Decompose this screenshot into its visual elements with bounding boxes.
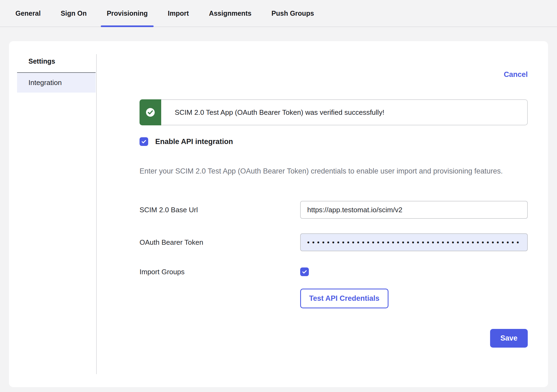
test-api-credentials-button[interactable]: Test API Credentials: [300, 289, 388, 308]
import-groups-row: Import Groups: [140, 267, 528, 276]
oauth-token-input[interactable]: [300, 233, 528, 251]
oauth-token-label: OAuth Bearer Token: [140, 238, 300, 247]
sidebar-item-integration[interactable]: Integration: [17, 73, 96, 93]
oauth-token-row: OAuth Bearer Token: [140, 233, 528, 251]
enable-api-label: Enable API integration: [155, 138, 233, 146]
check-circle-icon: [140, 99, 161, 125]
scim-base-url-input[interactable]: [300, 201, 528, 219]
test-credentials-row: Test API Credentials: [140, 289, 528, 308]
enable-api-row: Enable API integration: [140, 137, 528, 146]
save-row: Save: [140, 329, 528, 348]
tab-bar: General Sign On Provisioning Import Assi…: [0, 0, 557, 27]
tab-assignments[interactable]: Assignments: [209, 0, 251, 27]
save-button[interactable]: Save: [490, 329, 528, 348]
scim-base-url-label: SCIM 2.0 Base Url: [140, 206, 300, 214]
enable-api-checkbox[interactable]: [140, 137, 148, 146]
tab-sign-on[interactable]: Sign On: [61, 0, 87, 27]
tab-import[interactable]: Import: [168, 0, 189, 27]
cancel-row: Cancel: [140, 70, 528, 79]
tab-general[interactable]: General: [15, 0, 41, 27]
tab-provisioning[interactable]: Provisioning: [107, 0, 148, 27]
import-groups-checkbox[interactable]: [300, 267, 309, 276]
import-groups-label: Import Groups: [140, 268, 300, 276]
cancel-link[interactable]: Cancel: [504, 70, 528, 79]
integration-settings-panel: Cancel SCIM 2.0 Test App (OAuth Bearer T…: [97, 54, 528, 374]
sidebar-heading-settings: Settings: [17, 57, 96, 73]
alert-message: SCIM 2.0 Test App (OAuth Bearer Token) w…: [161, 99, 528, 125]
success-alert: SCIM 2.0 Test App (OAuth Bearer Token) w…: [140, 99, 528, 125]
tab-push-groups[interactable]: Push Groups: [271, 0, 314, 27]
sidebar: Settings Integration: [17, 54, 96, 374]
scim-base-url-row: SCIM 2.0 Base Url: [140, 201, 528, 219]
provisioning-card: Settings Integration Cancel SCIM 2.0 Tes…: [9, 41, 548, 387]
credentials-description: Enter your SCIM 2.0 Test App (OAuth Bear…: [140, 166, 513, 177]
